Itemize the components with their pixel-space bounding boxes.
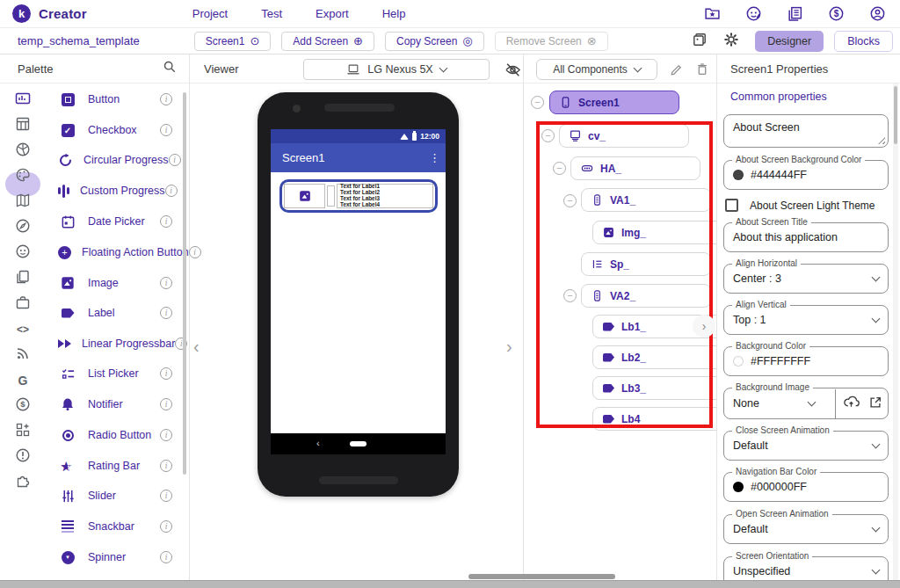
nav-home-icon[interactable] — [350, 441, 367, 446]
palette-item-checkbox[interactable]: ✓ Checkbox i — [46, 117, 183, 143]
info-icon[interactable]: i — [160, 277, 172, 289]
image-component[interactable] — [284, 184, 325, 208]
category-maps-icon[interactable] — [15, 192, 31, 212]
projects-folder-icon[interactable] — [704, 5, 721, 22]
category-dynamic-icon[interactable]: <> — [17, 323, 29, 336]
category-layout-icon[interactable] — [15, 116, 31, 135]
settings-gear-icon[interactable] — [723, 32, 739, 51]
hide-markers-icon[interactable] — [504, 62, 521, 82]
palette-item-button[interactable]: Button i — [46, 86, 183, 113]
collapse-left-arrow[interactable]: ‹ — [193, 338, 200, 355]
brand-logo-icon[interactable]: k — [12, 4, 31, 23]
screen-orientation-field[interactable]: Screen Orientation Unspecified — [723, 556, 889, 580]
palette-item-radio-button[interactable]: Radio Button i — [46, 422, 183, 448]
tree-horizontal-scrollbar[interactable] — [468, 574, 615, 579]
info-icon[interactable]: i — [189, 246, 201, 258]
close-screen-animation-field[interactable]: Close Screen Animation Default — [723, 431, 889, 461]
info-icon[interactable]: i — [160, 551, 172, 563]
palette-item-spinner[interactable]: ▼ Spinner i — [46, 544, 183, 570]
tab-blocks[interactable]: Blocks — [834, 31, 893, 52]
info-icon[interactable]: i — [160, 215, 172, 228]
label-component[interactable]: Text for Label4 — [340, 202, 430, 208]
info-icon[interactable]: i — [169, 154, 181, 166]
menu-export[interactable]: Export — [316, 7, 349, 20]
tree-node-screen1[interactable]: Screen1 — [549, 91, 679, 114]
collapse-node-icon[interactable]: − — [531, 96, 544, 109]
open-asset-icon[interactable] — [868, 396, 882, 412]
palette-item-circular-progress[interactable]: Circular Progress i — [46, 147, 183, 173]
light-theme-checkbox[interactable] — [725, 199, 738, 212]
info-icon[interactable]: i — [160, 490, 172, 502]
background-image-field[interactable]: Background Image None — [723, 388, 889, 419]
info-icon[interactable]: i — [160, 307, 172, 319]
category-storage-icon[interactable] — [15, 269, 31, 288]
spacer-component[interactable] — [327, 185, 335, 207]
components-filter-dropdown[interactable]: All Components — [536, 59, 657, 80]
info-icon[interactable]: i — [160, 460, 172, 472]
tree-node-lb3[interactable]: Lb3_ — [592, 376, 716, 400]
tree-node-cv[interactable]: cv_ — [559, 124, 689, 148]
collapse-node-icon[interactable]: − — [563, 194, 577, 207]
about-screen-title-field[interactable]: About Screen Title About this applicatio… — [723, 222, 889, 252]
labels-container[interactable]: Text for Label1 Text for Label2 Text for… — [337, 184, 433, 208]
info-icon[interactable]: i — [165, 185, 178, 197]
category-utilities-icon[interactable] — [15, 294, 31, 314]
category-media-icon[interactable] — [15, 142, 31, 161]
about-screen-bg-color-field[interactable]: About Screen Background Color #444444FF — [723, 160, 889, 190]
collapse-node-icon[interactable]: − — [563, 289, 577, 302]
tree-node-va1[interactable]: VA1_ — [581, 188, 711, 212]
resize-handle[interactable] — [878, 137, 885, 144]
info-icon[interactable]: i — [160, 93, 172, 105]
copy-screen-button[interactable]: Copy Screen◎ — [385, 32, 484, 51]
screens-overview-icon[interactable] — [692, 32, 708, 51]
cardview-component[interactable]: Text for Label1 Text for Label2 Text for… — [279, 179, 438, 213]
phone-screen[interactable]: 12:00 Screen1 ⋮ Text for Label1 Text for… — [271, 129, 446, 454]
category-drawing-icon[interactable] — [15, 167, 31, 186]
palette-item-image[interactable]: Image i — [46, 270, 183, 296]
tree-node-sp[interactable]: Sp_ — [581, 252, 711, 276]
rename-component-icon[interactable] — [670, 62, 684, 80]
collapse-node-icon[interactable]: − — [541, 129, 555, 142]
nav-back-icon[interactable]: ‹ — [316, 439, 320, 448]
screen-selector-button[interactable]: Screen1⊙ — [194, 32, 272, 51]
properties-scrollbar-thumb[interactable] — [894, 86, 897, 144]
add-screen-button[interactable]: Add Screen⊕ — [281, 32, 374, 51]
properties-scrollbar-track[interactable] — [893, 83, 898, 580]
align-horizontal-field[interactable]: Align Horizontal Center : 3 — [723, 264, 889, 294]
about-screen-textarea[interactable]: About Screen — [723, 114, 889, 148]
support-icon[interactable] — [745, 5, 762, 22]
palette-scrollbar[interactable] — [183, 92, 186, 475]
palette-item-list-picker[interactable]: List Picker i — [46, 360, 183, 387]
upload-image-icon[interactable] — [843, 395, 860, 412]
palette-item-date-picker[interactable]: Date Picker i — [46, 208, 183, 235]
tab-designer[interactable]: Designer — [755, 31, 824, 52]
info-icon[interactable]: i — [160, 124, 172, 136]
category-experimental-icon[interactable] — [15, 447, 31, 467]
palette-item-notifier[interactable]: Notifier i — [46, 391, 183, 417]
delete-component-icon[interactable] — [695, 62, 709, 80]
tree-node-ha[interactable]: HA_ — [570, 156, 700, 180]
search-icon[interactable] — [163, 60, 177, 77]
category-social-icon[interactable] — [15, 243, 31, 263]
background-color-field[interactable]: Background Color #FFFFFFFF — [723, 346, 889, 376]
palette-item-snackbar[interactable]: Snackbar i — [46, 513, 183, 540]
menu-help[interactable]: Help — [382, 7, 406, 20]
monetize-icon[interactable]: $ — [828, 5, 845, 22]
tree-scroll-right-button[interactable]: › — [693, 315, 715, 338]
palette-item-linear-progressbar[interactable]: Linear Progressbar i — [46, 330, 183, 357]
account-icon[interactable] — [869, 5, 886, 22]
common-properties-link[interactable]: Common properties — [730, 91, 827, 103]
tree-node-img[interactable]: Img_ — [592, 221, 716, 244]
menu-test[interactable]: Test — [261, 7, 282, 20]
category-user-interface-icon[interactable] — [15, 91, 31, 110]
navigation-bar-color-field[interactable]: Navigation Bar Color #000000FF — [723, 472, 889, 502]
align-vertical-field[interactable]: Align Vertical Top : 1 — [723, 305, 889, 335]
palette-item-custom-progress[interactable]: Custom Progress i — [46, 178, 183, 204]
open-screen-animation-field[interactable]: Open Screen Animation Default — [723, 514, 889, 544]
tree-node-lb2[interactable]: Lb2_ — [592, 345, 716, 369]
category-extension-icon[interactable] — [15, 422, 31, 441]
docs-icon[interactable] — [787, 5, 803, 22]
tree-node-lb4[interactable]: Lb4 — [592, 407, 716, 431]
category-addons-icon[interactable] — [15, 473, 31, 492]
info-icon[interactable]: i — [160, 398, 172, 410]
